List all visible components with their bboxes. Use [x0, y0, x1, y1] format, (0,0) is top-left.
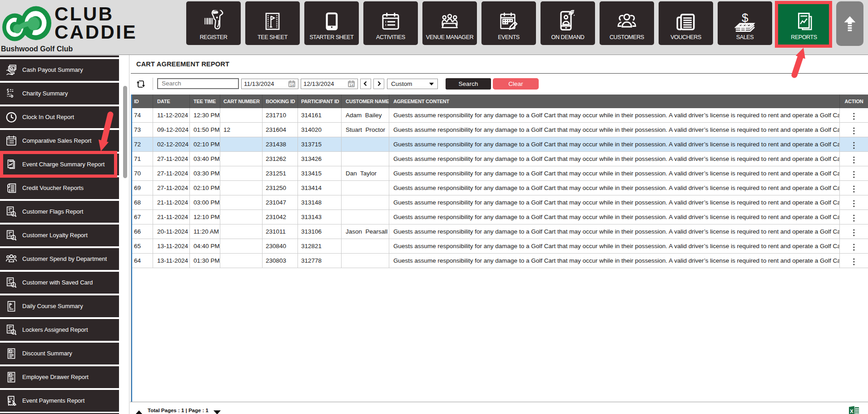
- svg-text:14: 14: [349, 83, 353, 87]
- svg-text:14: 14: [290, 83, 294, 87]
- svg-text:$: $: [742, 11, 749, 25]
- svg-text:X: X: [850, 409, 853, 414]
